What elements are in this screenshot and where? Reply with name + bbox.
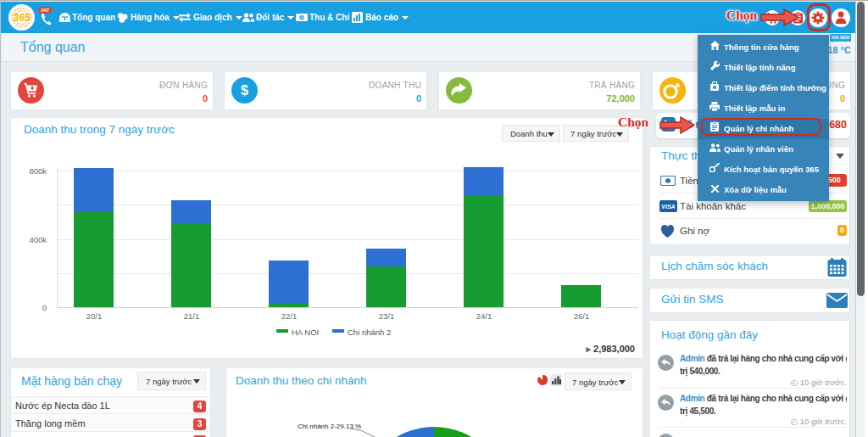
svg-text:365: 365 bbox=[13, 12, 30, 24]
svg-text:VISA: VISA bbox=[661, 204, 675, 210]
